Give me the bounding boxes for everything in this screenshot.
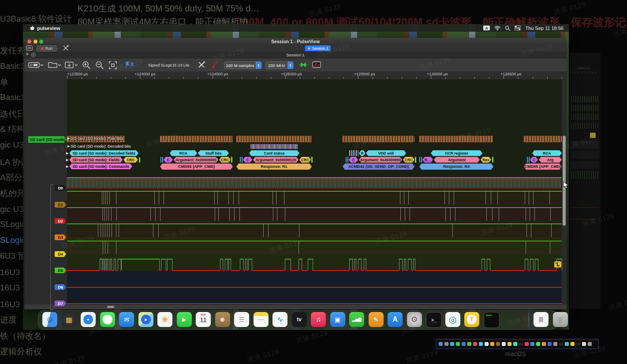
dock-numbers[interactable]: ▂▅▇ (349, 312, 364, 327)
dock-facetime[interactable]: ▶ (177, 312, 192, 327)
run-button[interactable]: Run (37, 45, 57, 52)
input-source-icon[interactable]: A (483, 26, 490, 30)
session-meter-icon[interactable] (26, 45, 33, 51)
dock-calendar[interactable]: SEP11 (196, 312, 211, 327)
apple-logo-icon[interactable] (29, 26, 34, 31)
open-folder-icon[interactable] (48, 61, 61, 69)
row-expand-arrow[interactable]: ▶ (66, 165, 68, 168)
sample-count-select[interactable]: 100 M samples ▲▼ (224, 61, 262, 69)
dock-exec[interactable]: exec (484, 312, 500, 328)
dock-messages[interactable] (100, 312, 115, 327)
dock-music[interactable]: ♫ (311, 312, 326, 327)
channel-tag-d2[interactable]: D2 (55, 218, 66, 224)
close-traffic-light[interactable] (27, 40, 31, 44)
mini-dock-icon (525, 342, 529, 346)
zoom-out-icon[interactable] (95, 61, 104, 70)
device-menu-dot[interactable]: . (191, 64, 193, 69)
dock-photos[interactable]: ❀ (157, 312, 172, 327)
channel-tag-d3[interactable]: D3 (55, 234, 66, 240)
signal-edge (172, 259, 172, 270)
signal-low-line (406, 270, 408, 271)
scope-view-icon[interactable] (312, 61, 321, 69)
dock-pages[interactable]: ✎ (369, 312, 384, 327)
dock-terminal[interactable]: >_ (426, 312, 442, 328)
dock-freeform[interactable]: ∿ (272, 312, 287, 327)
dock-safari[interactable]: ✦ (81, 312, 96, 327)
horizontal-scrollbar-thumb[interactable] (107, 306, 114, 308)
sample-rate-select[interactable]: 200 MHz ▲▼ (265, 61, 294, 69)
dock-appletv[interactable]: tv (292, 312, 307, 327)
row-expand-arrow[interactable]: ▶ (67, 145, 70, 148)
zoom-fit-icon[interactable] (108, 61, 117, 70)
channel-tag-d4[interactable]: D4 (55, 251, 66, 257)
channel-tag-d5[interactable]: D5 (55, 267, 66, 273)
control-center-icon[interactable] (515, 26, 521, 30)
ruler-time-label: +125500 µs (354, 72, 375, 76)
wifi-icon[interactable] (494, 26, 500, 30)
ruler-tick (67, 76, 67, 79)
dock-trash[interactable]: ▯ (553, 312, 568, 327)
signal-pulse (108, 207, 109, 221)
device-icon[interactable] (28, 61, 43, 69)
row-expand-arrow[interactable]: ▶ (66, 158, 68, 162)
signal-edge (562, 259, 562, 270)
dock-notes[interactable]: ― (254, 312, 269, 327)
signal-edge (252, 259, 252, 270)
save-icon[interactable] (64, 61, 78, 69)
signal-pulse (229, 207, 230, 221)
trigger-marker[interactable] (554, 261, 561, 267)
device-name-label[interactable]: Sipeed SLogic16 U3 Lite (148, 63, 190, 67)
dock-keynote[interactable]: ▣ (330, 312, 345, 327)
spotlight-search-icon[interactable] (505, 26, 510, 31)
subfield-annotation: Argument (434, 157, 480, 163)
tab-close-icon[interactable]: ✕ (307, 46, 310, 51)
horizontal-scrollbar[interactable] (24, 305, 567, 309)
channels-probe-icon[interactable] (210, 61, 218, 70)
dock-reminders[interactable]: ☰ (234, 312, 249, 327)
io-green-icon[interactable] (298, 61, 308, 69)
channel-tag-d0[interactable]: D0 (55, 185, 66, 191)
dock-contacts[interactable]: ☻ (215, 312, 230, 327)
sample-count-stepper[interactable]: ▲▼ (256, 62, 261, 69)
row-expand-arrow[interactable]: ▶ (66, 152, 68, 155)
terminal-icon: >_ (431, 318, 436, 323)
sample-rate-stepper[interactable]: ▲▼ (287, 62, 293, 69)
zoom-traffic-light[interactable] (39, 40, 43, 44)
dock-finder[interactable]: ☺ (42, 312, 57, 327)
minimize-traffic-light[interactable] (34, 40, 37, 44)
configure-device-icon[interactable] (198, 61, 205, 69)
channel-tag-d6[interactable]: D6 (55, 284, 66, 290)
signal-edge (525, 259, 525, 270)
close-session-icon[interactable]: ✕ (26, 52, 29, 56)
decoder-group-tag[interactable]: SD card (SD mode) (28, 136, 67, 143)
detach-session-icon[interactable] (31, 52, 36, 57)
right-dim-band (571, 161, 599, 169)
signal-pulse (449, 191, 449, 204)
zoom-in-icon[interactable] (82, 61, 91, 70)
signal-edge (167, 259, 168, 270)
menubar-app-name[interactable]: pulseview (37, 26, 60, 31)
signal-pulse (485, 191, 486, 204)
channel-tag-d1[interactable]: D1 (55, 202, 66, 208)
vertical-scrollbar-thumb[interactable] (563, 136, 566, 226)
dock-mail[interactable]: ✉ (119, 312, 134, 327)
settings-wrench-icon[interactable] (63, 45, 69, 51)
dock-lightbulb[interactable]: T (464, 312, 479, 327)
ruler-tick (314, 77, 315, 79)
dock-launchpad[interactable]: ▦ (62, 312, 77, 327)
subfield-annotation: R… (422, 157, 433, 163)
dock-pulseview[interactable]: ◎ (445, 312, 460, 327)
mini-dock-icon (456, 342, 460, 346)
channel-tag-d7[interactable]: D7 (55, 301, 66, 306)
freeform-icon: ∿ (276, 315, 283, 324)
menubar-clock[interactable]: Thu Sep 11 18:56 (525, 26, 564, 31)
signal-edge (231, 259, 231, 270)
dock-settings[interactable]: ⚙ (407, 312, 422, 327)
dock-document[interactable]: ≣ (534, 312, 549, 327)
session-tab[interactable]: ✕ Session 1 (305, 45, 331, 51)
dock-appstore[interactable]: A (388, 312, 403, 327)
raw-bits-annotation (419, 136, 493, 142)
trigger-markers-icon[interactable] (124, 61, 135, 70)
dock-maps[interactable]: ➤ (138, 312, 153, 327)
row-expand-arrow[interactable]: ▶ (67, 137, 70, 140)
